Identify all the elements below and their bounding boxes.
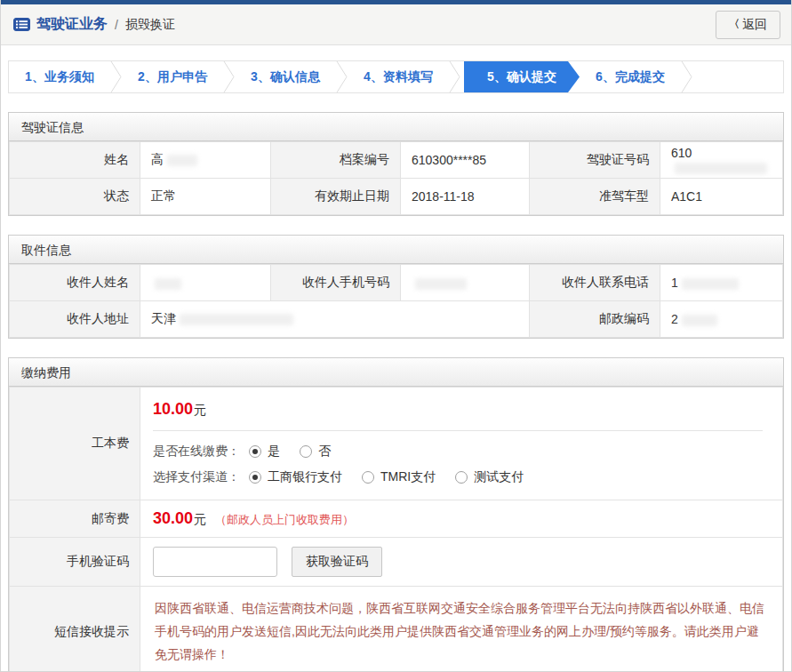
- license-section-title: 驾驶证信息: [9, 113, 783, 141]
- field-label: 准驾车型: [530, 179, 660, 215]
- table-row: 邮寄费 30.00元 （邮政人员上门收取费用）: [10, 500, 783, 538]
- step-tab-3[interactable]: 3、确认信息: [235, 61, 336, 92]
- step-tab-4[interactable]: 4、资料填写: [348, 61, 449, 92]
- redacted-text: [682, 278, 739, 290]
- radio-unchecked-icon: [362, 471, 374, 484]
- breadcrumb: 驾驶证业务 / 损毁换证: [13, 15, 175, 34]
- radio-online-no[interactable]: 否: [300, 444, 331, 460]
- step-tab-2[interactable]: 2、用户申告: [122, 61, 223, 92]
- post-fee-cell: 30.00元 （邮政人员上门收取费用）: [140, 500, 783, 538]
- redacted-text: [167, 155, 197, 166]
- pay-channel-row: 选择支付渠道： 工商银行支付 TMRI支付 测试支付: [153, 469, 770, 485]
- field-label: 收件人联系电话: [530, 265, 660, 301]
- field-label-captcha: 手机验证码: [10, 538, 140, 587]
- captcha-input[interactable]: [153, 547, 277, 577]
- step-label: 1、业务须知: [25, 69, 94, 85]
- field-label-sms-tip: 短信接收提示: [10, 587, 140, 672]
- field-value-file-number: 610300****85: [401, 142, 530, 179]
- pay-channel-label: 选择支付渠道：: [153, 469, 240, 485]
- step-progress-bar: 1、业务须知 2、用户申告 3、确认信息 4、资料填写 5、确认提交 6、完成提…: [8, 60, 784, 93]
- redacted-text: [415, 278, 467, 290]
- field-value-vehicle-class: A1C1: [660, 179, 783, 215]
- captcha-cell: 获取验证码: [140, 538, 783, 587]
- field-label: 姓名: [10, 142, 140, 179]
- step-label: 3、确认信息: [251, 69, 320, 85]
- field-value-address: 天津: [140, 301, 530, 338]
- value-text: A1C1: [671, 189, 702, 204]
- card-fee-amount: 10.00元: [153, 400, 770, 419]
- online-pay-label: 是否在线缴费：: [153, 444, 240, 460]
- divider: [153, 430, 763, 431]
- post-fee-note: （邮政人员上门收取费用）: [215, 513, 354, 526]
- table-row: 手机验证码 获取验证码: [10, 538, 783, 587]
- step-separator-icon: [449, 61, 460, 92]
- radio-online-yes[interactable]: 是: [249, 444, 280, 460]
- license-service-icon: [13, 18, 30, 31]
- get-captcha-button[interactable]: 获取验证码: [292, 547, 382, 577]
- radio-checked-icon: [249, 471, 261, 484]
- redacted-text: [155, 278, 181, 290]
- card-fee-value: 10.00: [153, 400, 193, 418]
- table-row: 收件人姓名 收件人手机号码 收件人联系电话 1: [10, 265, 783, 301]
- field-label: 收件人手机号码: [271, 265, 401, 301]
- page-header: 驾驶证业务 / 损毁换证 〈 返回: [1, 4, 791, 45]
- pickup-info-section: 取件信息 收件人姓名 收件人手机号码 收件人联系电话 1 收件人地址 天津 邮政…: [8, 235, 784, 339]
- radio-label: 测试支付: [474, 469, 524, 485]
- field-label-post-fee: 邮寄费: [10, 500, 140, 538]
- step-separator-icon: [336, 61, 348, 92]
- radio-checked-icon: [249, 445, 261, 458]
- step-label: 4、资料填写: [364, 69, 433, 85]
- field-value-recipient-name: [140, 265, 271, 301]
- step-label: 2、用户申告: [138, 69, 207, 85]
- radio-channel-tmri[interactable]: TMRI支付: [362, 469, 436, 485]
- back-button[interactable]: 〈 返回: [716, 11, 780, 39]
- field-label: 档案编号: [271, 142, 401, 179]
- value-text: 1: [671, 276, 678, 290]
- radio-label: 是: [268, 444, 280, 460]
- field-label: 收件人姓名: [10, 265, 140, 301]
- value-text: 2: [671, 312, 678, 326]
- breadcrumb-current: 损毁换证: [125, 17, 175, 33]
- radio-channel-icbc[interactable]: 工商银行支付: [249, 469, 342, 485]
- fees-section: 缴纳费用 工本费 10.00元 是否在线缴费： 是: [8, 357, 784, 672]
- radio-label: 否: [318, 444, 331, 460]
- value-text: 2018-11-18: [412, 189, 475, 204]
- field-value-name: 高: [140, 142, 271, 179]
- card-fee-cell: 10.00元 是否在线缴费： 是 否: [140, 388, 783, 500]
- online-pay-row: 是否在线缴费： 是 否: [153, 444, 770, 460]
- table-row: 状态 正常 有效期止日期 2018-11-18 准驾车型 A1C1: [10, 179, 783, 215]
- step-tab-6[interactable]: 6、完成提交: [580, 61, 681, 92]
- radio-label: TMRI支付: [380, 469, 436, 485]
- field-value-expiry-date: 2018-11-18: [401, 179, 530, 215]
- radio-unchecked-icon: [300, 445, 312, 458]
- step-tab-5-active[interactable]: 5、确认提交: [464, 61, 580, 92]
- pickup-info-table: 收件人姓名 收件人手机号码 收件人联系电话 1 收件人地址 天津 邮政编码 2: [9, 264, 783, 338]
- field-value-license-number: 610: [660, 142, 783, 179]
- table-row: 姓名 高 档案编号 610300****85 驾驶证号码 610: [10, 142, 783, 179]
- value-text: 高: [151, 152, 164, 166]
- page: 驾驶证业务 / 损毁换证 〈 返回 1、业务须知 2、用户申告 3、确认信息 4…: [0, 0, 792, 672]
- field-label: 邮政编码: [530, 301, 660, 338]
- post-fee-value: 30.00: [153, 509, 193, 527]
- step-tab-1[interactable]: 1、业务须知: [9, 61, 110, 92]
- field-value-zip-code: 2: [660, 301, 783, 338]
- radio-channel-test[interactable]: 测试支付: [455, 469, 524, 485]
- pickup-section-title: 取件信息: [9, 236, 783, 264]
- fees-table: 工本费 10.00元 是否在线缴费： 是 否: [9, 387, 783, 672]
- fees-section-title: 缴纳费用: [9, 358, 783, 387]
- redacted-text: [180, 314, 293, 325]
- field-label-card-fee: 工本费: [10, 388, 140, 500]
- field-value-recipient-mobile: [401, 265, 530, 301]
- value-text: 610300****85: [412, 153, 486, 167]
- post-fee-unit: 元: [194, 512, 206, 526]
- step-bar-filler: [692, 61, 783, 92]
- license-info-section: 驾驶证信息 姓名 高 档案编号 610300****85 驾驶证号码 610 状…: [8, 112, 784, 216]
- step-separator-icon: [110, 61, 122, 92]
- sms-tip-text: 因陕西省联通、电信运营商技术问题，陕西省互联网交通安全综合服务管理平台无法向持陕…: [155, 597, 768, 667]
- sms-tip-cell: 因陕西省联通、电信运营商技术问题，陕西省互联网交通安全综合服务管理平台无法向持陕…: [140, 587, 783, 672]
- redacted-text: [675, 163, 767, 174]
- value-text: 正常: [151, 188, 176, 203]
- field-value-status: 正常: [140, 179, 271, 215]
- radio-label: 工商银行支付: [268, 469, 342, 485]
- field-label: 有效期止日期: [271, 179, 401, 215]
